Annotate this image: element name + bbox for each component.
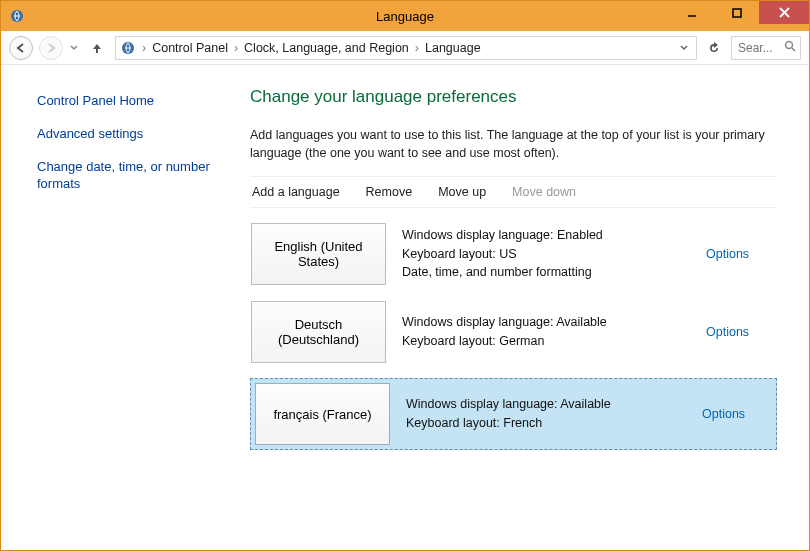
language-details: Windows display language: AvailableKeybo… — [390, 395, 702, 433]
page-heading: Change your language preferences — [250, 87, 777, 107]
content-area: Control Panel Home Advanced settings Cha… — [1, 65, 809, 550]
back-button[interactable] — [9, 36, 33, 60]
language-details: Windows display language: AvailableKeybo… — [386, 313, 706, 351]
language-options-link[interactable]: Options — [706, 325, 776, 339]
maximize-button[interactable] — [714, 1, 759, 24]
language-item[interactable]: français (France)Windows display languag… — [250, 378, 777, 450]
sidebar-link-home[interactable]: Control Panel Home — [37, 93, 224, 110]
move-up-button[interactable]: Move up — [438, 185, 486, 199]
refresh-icon — [707, 41, 721, 55]
maximize-icon — [732, 8, 742, 18]
language-options-link[interactable]: Options — [706, 247, 776, 261]
svg-rect-2 — [733, 9, 741, 17]
language-toolbar: Add a language Remove Move up Move down — [250, 176, 777, 208]
refresh-button[interactable] — [703, 37, 725, 59]
add-language-button[interactable]: Add a language — [252, 185, 340, 199]
back-arrow-icon — [15, 42, 27, 54]
language-name: Deutsch (Deutschland) — [251, 301, 386, 363]
main-panel: Change your language preferences Add lan… — [236, 65, 809, 550]
close-icon — [779, 7, 790, 18]
language-details: Windows display language: EnabledKeyboar… — [386, 226, 706, 282]
minimize-icon — [687, 8, 697, 18]
breadcrumb-item[interactable]: Control Panel — [152, 41, 228, 55]
window-controls — [669, 1, 809, 31]
navigation-bar: › Control Panel › Clock, Language, and R… — [1, 31, 809, 65]
search-icon[interactable] — [784, 40, 796, 55]
chevron-right-icon: › — [142, 41, 146, 55]
sidebar-link-advanced[interactable]: Advanced settings — [37, 126, 224, 143]
chevron-down-icon — [680, 44, 688, 52]
language-item[interactable]: English (United States)Windows display l… — [250, 222, 777, 286]
close-button[interactable] — [759, 1, 809, 24]
minimize-button[interactable] — [669, 1, 714, 24]
forward-arrow-icon — [45, 42, 57, 54]
language-name: français (France) — [255, 383, 390, 445]
sidebar: Control Panel Home Advanced settings Cha… — [1, 65, 236, 550]
up-arrow-icon — [90, 41, 104, 55]
svg-point-6 — [786, 42, 793, 49]
breadcrumb-item[interactable]: Language — [425, 41, 481, 55]
up-button[interactable] — [85, 36, 109, 60]
search-input[interactable] — [736, 40, 784, 56]
sidebar-link-changedate[interactable]: Change date, time, or number formats — [37, 159, 224, 193]
chevron-right-icon: › — [234, 41, 238, 55]
move-down-button: Move down — [512, 185, 576, 199]
chevron-right-icon: › — [415, 41, 419, 55]
titlebar: Language — [1, 1, 809, 31]
language-options-link[interactable]: Options — [702, 407, 772, 421]
breadcrumb[interactable]: › Control Panel › Clock, Language, and R… — [115, 36, 697, 60]
breadcrumb-icon — [120, 40, 136, 56]
breadcrumb-item[interactable]: Clock, Language, and Region — [244, 41, 409, 55]
remove-language-button[interactable]: Remove — [366, 185, 413, 199]
search-box[interactable] — [731, 36, 801, 60]
chevron-down-icon — [70, 44, 78, 52]
history-dropdown[interactable] — [69, 44, 79, 52]
language-list: English (United States)Windows display l… — [250, 222, 777, 450]
svg-line-7 — [792, 48, 795, 51]
language-item[interactable]: Deutsch (Deutschland)Windows display lan… — [250, 300, 777, 364]
page-subtext: Add languages you want to use to this li… — [250, 127, 770, 162]
forward-button[interactable] — [39, 36, 63, 60]
app-icon — [9, 8, 25, 24]
language-name: English (United States) — [251, 223, 386, 285]
language-window: Language › — [0, 0, 810, 551]
breadcrumb-dropdown[interactable] — [676, 41, 692, 55]
